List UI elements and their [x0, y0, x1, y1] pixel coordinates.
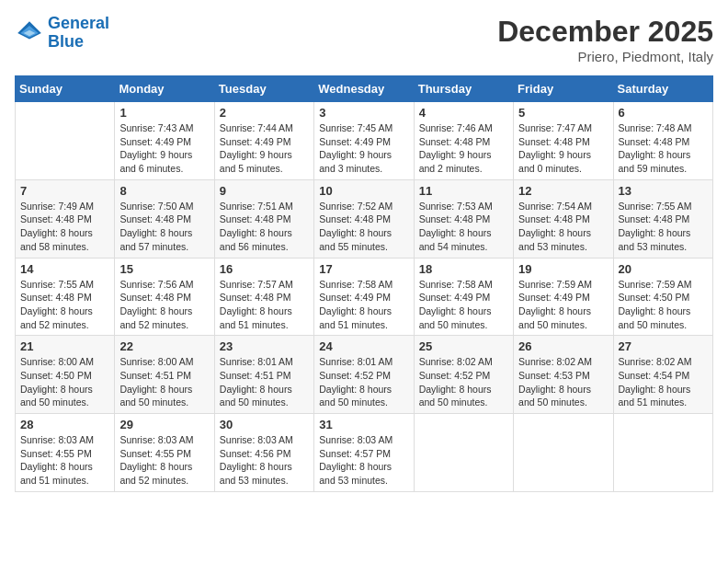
calendar-cell: 19 Sunrise: 7:59 AM Sunset: 4:49 PM Dayl… [514, 258, 613, 336]
calendar-cell: 24 Sunrise: 8:01 AM Sunset: 4:52 PM Dayl… [314, 336, 414, 414]
sunrise-text: Sunrise: 7:55 AM [619, 201, 692, 212]
calendar-header-row: SundayMondayTuesdayWednesdayThursdayFrid… [16, 76, 713, 102]
calendar-week-row: 14 Sunrise: 7:55 AM Sunset: 4:48 PM Dayl… [16, 258, 713, 336]
sunset-text: Sunset: 4:48 PM [419, 213, 491, 224]
sunrise-text: Sunrise: 7:59 AM [518, 279, 592, 290]
daylight-text: Daylight: 8 hours and 53 minutes. [220, 461, 292, 486]
sunset-text: Sunset: 4:48 PM [119, 213, 191, 224]
calendar-cell: 29 Sunrise: 8:03 AM Sunset: 4:55 PM Dayl… [115, 414, 214, 492]
sunrise-text: Sunrise: 8:00 AM [20, 356, 94, 367]
sunrise-text: Sunrise: 7:43 AM [119, 122, 193, 133]
sunset-text: Sunset: 4:48 PM [419, 136, 491, 147]
day-number: 3 [319, 106, 408, 120]
sunset-text: Sunset: 4:49 PM [119, 136, 191, 147]
sunrise-text: Sunrise: 8:02 AM [619, 356, 692, 367]
calendar-table: SundayMondayTuesdayWednesdayThursdayFrid… [15, 75, 713, 492]
sunset-text: Sunset: 4:49 PM [319, 136, 391, 147]
weekday-header: Wednesday [314, 76, 414, 102]
sunset-text: Sunset: 4:48 PM [518, 136, 590, 147]
calendar-cell: 1 Sunrise: 7:43 AM Sunset: 4:49 PM Dayli… [115, 102, 214, 180]
sunset-text: Sunset: 4:48 PM [619, 213, 690, 224]
day-info: Sunrise: 8:01 AM Sunset: 4:52 PM Dayligh… [319, 355, 408, 409]
sunset-text: Sunset: 4:49 PM [220, 136, 291, 147]
day-info: Sunrise: 7:44 AM Sunset: 4:49 PM Dayligh… [220, 121, 309, 176]
day-number: 4 [419, 106, 508, 120]
day-number: 14 [20, 262, 109, 276]
day-number: 15 [119, 262, 209, 276]
sunset-text: Sunset: 4:51 PM [119, 370, 191, 381]
calendar-cell: 28 Sunrise: 8:03 AM Sunset: 4:55 PM Dayl… [16, 414, 115, 492]
day-number: 30 [220, 418, 309, 431]
weekday-header: Monday [115, 76, 214, 102]
day-info: Sunrise: 7:51 AM Sunset: 4:48 PM Dayligh… [220, 200, 309, 254]
calendar-cell: 4 Sunrise: 7:46 AM Sunset: 4:48 PM Dayli… [414, 102, 513, 180]
calendar-cell: 8 Sunrise: 7:50 AM Sunset: 4:48 PM Dayli… [115, 179, 214, 258]
day-number: 1 [119, 106, 209, 120]
day-info: Sunrise: 7:47 AM Sunset: 4:48 PM Dayligh… [518, 121, 608, 176]
calendar-cell [514, 414, 613, 492]
daylight-text: Daylight: 8 hours and 51 minutes. [319, 305, 392, 330]
calendar-cell: 22 Sunrise: 8:00 AM Sunset: 4:51 PM Dayl… [115, 336, 214, 414]
daylight-text: Daylight: 8 hours and 58 minutes. [20, 227, 93, 252]
sunrise-text: Sunrise: 7:44 AM [220, 122, 293, 133]
calendar-cell: 30 Sunrise: 8:03 AM Sunset: 4:56 PM Dayl… [214, 414, 313, 492]
day-number: 16 [220, 262, 309, 276]
day-number: 29 [119, 418, 209, 431]
logo-icon [15, 18, 44, 48]
day-number: 22 [119, 339, 209, 353]
calendar-cell: 7 Sunrise: 7:49 AM Sunset: 4:48 PM Dayli… [16, 179, 115, 258]
day-info: Sunrise: 8:01 AM Sunset: 4:51 PM Dayligh… [220, 355, 309, 409]
sunset-text: Sunset: 4:49 PM [518, 292, 590, 303]
calendar-cell: 2 Sunrise: 7:44 AM Sunset: 4:49 PM Dayli… [214, 102, 313, 180]
calendar-cell: 21 Sunrise: 8:00 AM Sunset: 4:50 PM Dayl… [16, 336, 115, 414]
daylight-text: Daylight: 8 hours and 51 minutes. [619, 384, 691, 408]
daylight-text: Daylight: 8 hours and 50 minutes. [220, 384, 292, 408]
sunset-text: Sunset: 4:53 PM [518, 370, 590, 381]
sunset-text: Sunset: 4:48 PM [220, 292, 291, 303]
day-info: Sunrise: 8:00 AM Sunset: 4:51 PM Dayligh… [119, 355, 209, 409]
weekday-header: Saturday [613, 76, 712, 102]
sunrise-text: Sunrise: 7:52 AM [319, 201, 392, 212]
sunset-text: Sunset: 4:48 PM [518, 213, 590, 224]
calendar-cell: 13 Sunrise: 7:55 AM Sunset: 4:48 PM Dayl… [613, 179, 712, 258]
calendar-cell [613, 414, 712, 492]
calendar-cell: 14 Sunrise: 7:55 AM Sunset: 4:48 PM Dayl… [16, 258, 115, 336]
day-number: 25 [419, 339, 508, 353]
calendar-week-row: 1 Sunrise: 7:43 AM Sunset: 4:49 PM Dayli… [16, 102, 713, 180]
day-info: Sunrise: 8:03 AM Sunset: 4:55 PM Dayligh… [20, 433, 109, 488]
location: Priero, Piedmont, Italy [497, 49, 713, 64]
sunrise-text: Sunrise: 8:03 AM [220, 434, 293, 445]
calendar-week-row: 7 Sunrise: 7:49 AM Sunset: 4:48 PM Dayli… [16, 179, 713, 258]
day-number: 27 [619, 339, 708, 353]
sunrise-text: Sunrise: 7:55 AM [20, 279, 94, 290]
calendar-cell: 11 Sunrise: 7:53 AM Sunset: 4:48 PM Dayl… [414, 179, 513, 258]
day-info: Sunrise: 7:59 AM Sunset: 4:49 PM Dayligh… [518, 278, 608, 332]
daylight-text: Daylight: 8 hours and 50 minutes. [419, 384, 492, 408]
weekday-header: Sunday [16, 76, 115, 102]
weekday-header: Thursday [414, 76, 513, 102]
sunset-text: Sunset: 4:51 PM [220, 370, 291, 381]
sunset-text: Sunset: 4:50 PM [20, 370, 92, 381]
day-number: 12 [518, 184, 608, 198]
sunset-text: Sunset: 4:52 PM [319, 370, 391, 381]
sunrise-text: Sunrise: 7:53 AM [419, 201, 493, 212]
sunrise-text: Sunrise: 7:50 AM [119, 201, 193, 212]
daylight-text: Daylight: 8 hours and 50 minutes. [518, 305, 591, 330]
daylight-text: Daylight: 8 hours and 57 minutes. [119, 227, 192, 252]
day-info: Sunrise: 7:55 AM Sunset: 4:48 PM Dayligh… [619, 200, 708, 254]
sunset-text: Sunset: 4:48 PM [20, 213, 92, 224]
day-number: 18 [419, 262, 508, 276]
sunrise-text: Sunrise: 7:59 AM [619, 279, 692, 290]
daylight-text: Daylight: 9 hours and 5 minutes. [220, 149, 292, 174]
sunrise-text: Sunrise: 7:54 AM [518, 201, 592, 212]
daylight-text: Daylight: 9 hours and 3 minutes. [319, 149, 392, 174]
logo: General Blue [15, 15, 109, 52]
calendar-cell: 23 Sunrise: 8:01 AM Sunset: 4:51 PM Dayl… [214, 336, 313, 414]
day-number: 20 [619, 262, 708, 276]
daylight-text: Daylight: 8 hours and 52 minutes. [119, 305, 192, 330]
calendar-cell [16, 102, 115, 180]
sunset-text: Sunset: 4:57 PM [319, 448, 391, 459]
sunset-text: Sunset: 4:48 PM [20, 292, 92, 303]
day-info: Sunrise: 8:00 AM Sunset: 4:50 PM Dayligh… [20, 355, 109, 409]
daylight-text: Daylight: 9 hours and 2 minutes. [419, 149, 492, 174]
